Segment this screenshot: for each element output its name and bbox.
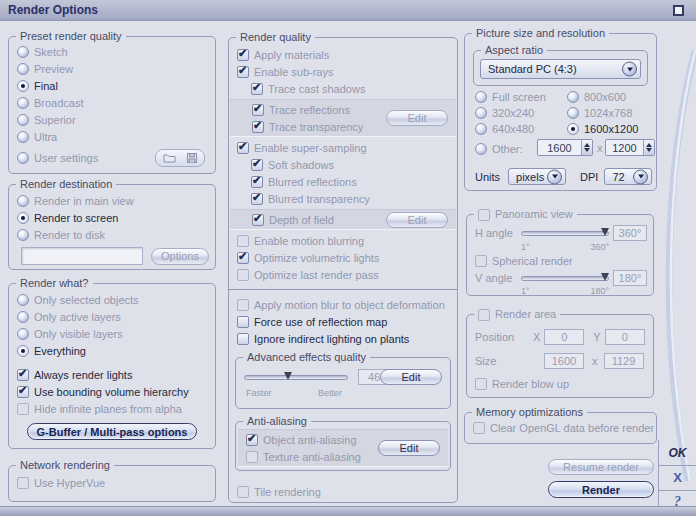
radio-everything[interactable] — [17, 345, 29, 357]
radio-label: 800x600 — [584, 91, 626, 103]
h-angle-value[interactable]: 360° — [613, 225, 647, 241]
checkbox-force-reflection-map[interactable] — [237, 316, 249, 328]
radio-only-active-layers[interactable] — [17, 311, 29, 323]
up-down-arrows-icon[interactable] — [581, 140, 592, 155]
checkbox-tile-rendering[interactable] — [237, 486, 249, 498]
checkbox-always-render-lights[interactable] — [17, 369, 29, 381]
checkbox-ignore-indirect-lighting-plants[interactable] — [237, 333, 249, 345]
checkbox-label: Enable super-sampling — [254, 142, 367, 154]
radio-render-disk[interactable] — [17, 229, 29, 241]
output-path-field[interactable] — [21, 247, 143, 265]
checkbox-enable-super-sampling[interactable] — [237, 142, 249, 154]
checkbox-optimize-volumetric-lights[interactable] — [237, 252, 249, 264]
checkbox-apply-materials[interactable] — [237, 49, 249, 61]
checkbox-apply-motion-blur-deformation[interactable] — [237, 299, 249, 311]
checkbox-spherical-render[interactable] — [475, 255, 487, 267]
edit-depth-of-field-button[interactable]: Edit — [386, 212, 448, 228]
radio-user-settings[interactable] — [17, 152, 29, 164]
radio-1024x768[interactable] — [567, 107, 579, 119]
edit-anti-aliasing-button[interactable]: Edit — [378, 440, 440, 456]
ok-button[interactable]: OK — [659, 442, 696, 464]
v-angle-value[interactable]: 180° — [613, 270, 647, 286]
other-width-field[interactable]: 1600 — [537, 139, 593, 156]
radio-640x480[interactable] — [475, 123, 487, 135]
units-select[interactable]: pixels — [508, 168, 566, 185]
radio-final[interactable] — [17, 80, 29, 92]
chevron-down-icon[interactable] — [622, 62, 637, 77]
checkbox-soft-shadows[interactable] — [251, 159, 263, 171]
slider-track[interactable] — [244, 375, 348, 380]
rollup-window-icon[interactable] — [673, 5, 684, 16]
radio-800x600[interactable] — [567, 91, 579, 103]
radio-superior[interactable] — [17, 114, 29, 126]
checkbox-trace-reflections[interactable] — [252, 104, 264, 116]
radio-320x240[interactable] — [475, 107, 487, 119]
checkbox-label: Clear OpenGL data before render — [490, 422, 654, 434]
gbuffer-multipass-button[interactable]: G-Buffer / Multi-pass options — [27, 423, 197, 440]
resume-render-button[interactable]: Resume render — [548, 459, 654, 475]
render-destination-group: Render destination Render in main view R… — [8, 184, 216, 270]
size-width-field[interactable]: 1600 — [544, 353, 584, 369]
radio-preview[interactable] — [17, 63, 29, 75]
option-row: Preview — [9, 60, 215, 77]
position-x-field[interactable]: 0 — [544, 329, 584, 345]
radio-other[interactable] — [475, 143, 487, 155]
option-row: 800x600 — [567, 89, 638, 105]
slider-track[interactable] — [521, 276, 609, 281]
radio-sketch[interactable] — [17, 46, 29, 58]
chevron-down-icon[interactable] — [547, 169, 562, 184]
position-y-field[interactable]: 0 — [605, 329, 645, 345]
slider-thumb[interactable] — [601, 273, 609, 281]
slider-thumb[interactable] — [284, 372, 292, 380]
open-folder-icon[interactable] — [163, 153, 176, 163]
checkbox-trace-cast-shadows[interactable] — [251, 83, 263, 95]
checkbox-clear-opengl-data[interactable] — [473, 422, 485, 434]
dpi-select[interactable]: 72 — [604, 168, 652, 185]
checkbox-hide-infinite-planes[interactable] — [17, 403, 29, 415]
checkbox-enable-motion-blurring[interactable] — [237, 235, 249, 247]
close-button[interactable]: X — [659, 466, 696, 489]
radio-render-main-view[interactable] — [17, 195, 29, 207]
slider-track[interactable] — [521, 231, 609, 236]
checkbox-depth-of-field[interactable] — [252, 214, 264, 226]
checkbox-optimize-last-render-pass[interactable] — [237, 269, 249, 281]
checkbox-blurred-transparency[interactable] — [251, 193, 263, 205]
checkbox-enable-sub-rays[interactable] — [237, 66, 249, 78]
memory-optimizations-group: Memory optimizations Clear OpenGL data b… — [464, 412, 657, 444]
radio-ultra[interactable] — [17, 131, 29, 143]
size-height-field[interactable]: 1129 — [604, 353, 644, 369]
chevron-down-icon[interactable] — [633, 169, 648, 184]
checkbox-use-bounding-volume-hierarchy[interactable] — [17, 386, 29, 398]
other-height-field[interactable]: 1200 — [605, 139, 655, 156]
checkbox-label: Ignore indirect lighting on plants — [254, 333, 409, 345]
edit-reflections-button[interactable]: Edit — [386, 110, 448, 126]
option-row: Apply motion blur to object deformation — [229, 296, 457, 313]
save-disk-icon[interactable] — [187, 153, 197, 163]
edit-advanced-effects-button[interactable]: Edit — [380, 369, 442, 385]
checkbox-blurred-reflections[interactable] — [251, 176, 263, 188]
radio-full-screen[interactable] — [475, 91, 487, 103]
up-down-arrows-icon[interactable] — [643, 140, 654, 155]
radio-broadcast[interactable] — [17, 97, 29, 109]
checkbox-render-area[interactable] — [478, 309, 490, 321]
network-rendering-group: Network rendering Use HyperVue — [8, 465, 216, 502]
options-button[interactable]: Options — [151, 248, 209, 265]
radio-1600x1200[interactable] — [567, 123, 579, 135]
aspect-ratio-select[interactable]: Standard PC (4:3) — [480, 59, 641, 79]
radio-label: Preview — [34, 63, 73, 75]
radio-only-selected-objects[interactable] — [17, 294, 29, 306]
radio-render-screen[interactable] — [17, 212, 29, 224]
checkbox-use-hypervue[interactable] — [17, 477, 29, 489]
slider-thumb[interactable] — [601, 228, 609, 236]
radio-only-visible-layers[interactable] — [17, 328, 29, 340]
x-label: X — [533, 331, 540, 343]
checkbox-texture-anti-aliasing[interactable] — [246, 451, 258, 463]
checkbox-trace-transparency[interactable] — [252, 121, 264, 133]
checkbox-label: Optimize last render pass — [254, 269, 379, 281]
group-title: Panoramic view — [474, 207, 577, 222]
checkbox-render-blow-up[interactable] — [475, 378, 487, 390]
checkbox-object-anti-aliasing[interactable] — [246, 434, 258, 446]
render-button[interactable]: Render — [548, 481, 654, 498]
checkbox-panoramic-view[interactable] — [478, 209, 490, 221]
titlebar[interactable]: Render Options — [0, 0, 696, 21]
